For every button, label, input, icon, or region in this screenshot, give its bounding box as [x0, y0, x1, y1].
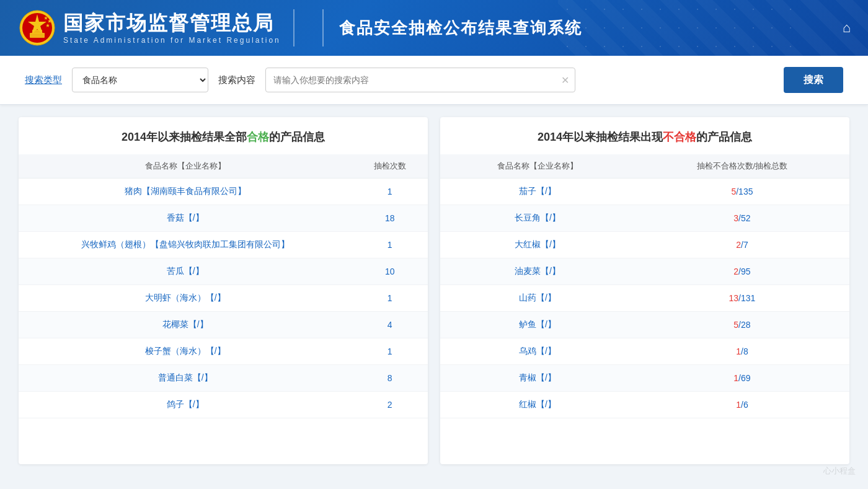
right-table: 食品名称【企业名称】 抽检不合格次数/抽检总数 茄子【/】 5/135 长豆角【… [440, 154, 849, 418]
left-panel-title: 2014年以来抽检结果全部合格的产品信息 [19, 130, 428, 144]
logo-text-block: 国家市场监督管理总局 State Administration for Mark… [63, 11, 281, 45]
right-title-highlight: 不合格 [663, 131, 696, 143]
search-input[interactable] [265, 68, 575, 92]
home-button[interactable]: ⌂ [838, 15, 856, 41]
row-name: 山药【/】 [440, 285, 635, 312]
row-count: 10 [352, 258, 428, 285]
left-title-highlight: 合格 [247, 131, 269, 143]
search-type-label[interactable]: 搜索类型 [25, 74, 62, 86]
table-row[interactable]: 鸽子【/】 2 [19, 392, 428, 418]
row-name: 大红椒【/】 [440, 232, 635, 258]
row-count: 1 [352, 178, 428, 205]
row-count: 18 [352, 205, 428, 232]
row-ratio: 1/6 [635, 392, 849, 418]
table-row[interactable]: 山药【/】 13/131 [440, 285, 849, 312]
row-ratio: 5/135 [635, 178, 849, 205]
row-ratio: 2/95 [635, 258, 849, 285]
row-name: 鲈鱼【/】 [440, 312, 635, 338]
table-row[interactable]: 苦瓜【/】 10 [19, 258, 428, 285]
row-name: 花椰菜【/】 [19, 312, 352, 338]
row-name: 苦瓜【/】 [19, 258, 352, 285]
row-ratio: 5/28 [635, 312, 849, 338]
system-title: 食品安全抽检公布结果查询系统 [339, 17, 582, 39]
right-title-suffix: 的产品信息 [696, 131, 752, 143]
table-row[interactable]: 兴牧鲜鸡（翅根）【盘锦兴牧肉联加工集团有限公司】 1 [19, 232, 428, 258]
left-table: 食品名称【企业名称】 抽检次数 猪肉【湖南颐丰食品有限公司】 1 香菇【/】 1… [19, 154, 428, 418]
table-row[interactable]: 大红椒【/】 2/7 [440, 232, 849, 258]
logo-sub-text: State Administration for Market Regulati… [63, 36, 281, 45]
table-row[interactable]: 普通白菜【/】 8 [19, 365, 428, 392]
table-row[interactable]: 香菇【/】 18 [19, 205, 428, 232]
right-table-header: 食品名称【企业名称】 抽检不合格次数/抽检总数 [440, 154, 849, 178]
row-name: 梭子蟹（海水）【/】 [19, 338, 352, 365]
svg-rect-7 [32, 30, 42, 33]
row-ratio: 2/7 [635, 232, 849, 258]
logo-emblem [19, 9, 56, 46]
row-count: 1 [352, 338, 428, 365]
row-count: 4 [352, 312, 428, 338]
header: 国家市场监督管理总局 State Administration for Mark… [0, 0, 868, 56]
table-row[interactable]: 梭子蟹（海水）【/】 1 [19, 338, 428, 365]
row-count: 2 [352, 392, 428, 418]
left-title-prefix: 2014年以来抽检结果全部 [122, 131, 247, 143]
row-name: 兴牧鲜鸡（翅根）【盘锦兴牧肉联加工集团有限公司】 [19, 232, 352, 258]
row-name: 长豆角【/】 [440, 205, 635, 232]
left-table-header: 食品名称【企业名称】 抽检次数 [19, 154, 428, 178]
table-row[interactable]: 花椰菜【/】 4 [19, 312, 428, 338]
row-name: 普通白菜【/】 [19, 365, 352, 392]
row-ratio: 1/69 [635, 365, 849, 392]
search-input-wrap: ✕ [265, 68, 575, 92]
svg-rect-6 [30, 33, 45, 38]
right-title-prefix: 2014年以来抽检结果出现 [538, 131, 663, 143]
row-ratio: 13/131 [635, 285, 849, 312]
search-button[interactable]: 搜索 [784, 67, 843, 93]
right-panel: 2014年以来抽检结果出现不合格的产品信息 食品名称【企业名称】 抽检不合格次数… [440, 117, 849, 464]
search-type-select[interactable]: 食品名称 企业名称 不合格项目 [72, 68, 208, 92]
main-content: 2014年以来抽检结果全部合格的产品信息 食品名称【企业名称】 抽检次数 猪肉【… [0, 105, 868, 477]
row-ratio: 1/8 [635, 338, 849, 365]
row-name: 红椒【/】 [440, 392, 635, 418]
table-row[interactable]: 油麦菜【/】 2/95 [440, 258, 849, 285]
row-count: 8 [352, 365, 428, 392]
row-name: 大明虾（海水）【/】 [19, 285, 352, 312]
row-name: 猪肉【湖南颐丰食品有限公司】 [19, 178, 352, 205]
table-row[interactable]: 大明虾（海水）【/】 1 [19, 285, 428, 312]
left-panel: 2014年以来抽检结果全部合格的产品信息 食品名称【企业名称】 抽检次数 猪肉【… [19, 117, 428, 464]
row-count: 1 [352, 232, 428, 258]
table-row[interactable]: 猪肉【湖南颐丰食品有限公司】 1 [19, 178, 428, 205]
table-row[interactable]: 鲈鱼【/】 5/28 [440, 312, 849, 338]
right-col-count-header: 抽检不合格次数/抽检总数 [635, 154, 849, 178]
search-content-label: 搜索内容 [218, 74, 255, 86]
logo-section: 国家市场监督管理总局 State Administration for Mark… [19, 9, 294, 46]
table-row[interactable]: 红椒【/】 1/6 [440, 392, 849, 418]
row-name: 青椒【/】 [440, 365, 635, 392]
table-row[interactable]: 乌鸡【/】 1/8 [440, 338, 849, 365]
row-name: 鸽子【/】 [19, 392, 352, 418]
row-count: 1 [352, 285, 428, 312]
table-row[interactable]: 茄子【/】 5/135 [440, 178, 849, 205]
row-name: 乌鸡【/】 [440, 338, 635, 365]
header-bg-pattern [558, 0, 806, 56]
search-bar: 搜索类型 食品名称 企业名称 不合格项目 搜索内容 ✕ 搜索 [0, 56, 868, 105]
left-col-name-header: 食品名称【企业名称】 [19, 154, 352, 178]
left-col-count-header: 抽检次数 [352, 154, 428, 178]
right-panel-title: 2014年以来抽检结果出现不合格的产品信息 [440, 130, 849, 144]
logo-main-text: 国家市场监督管理总局 [63, 11, 281, 35]
header-divider [322, 9, 324, 46]
right-col-name-header: 食品名称【企业名称】 [440, 154, 635, 178]
left-title-suffix: 的产品信息 [269, 131, 325, 143]
row-name: 茄子【/】 [440, 178, 635, 205]
row-name: 油麦菜【/】 [440, 258, 635, 285]
row-name: 香菇【/】 [19, 205, 352, 232]
table-row[interactable]: 长豆角【/】 3/52 [440, 205, 849, 232]
table-row[interactable]: 青椒【/】 1/69 [440, 365, 849, 392]
search-clear-icon[interactable]: ✕ [561, 74, 569, 86]
row-ratio: 3/52 [635, 205, 849, 232]
